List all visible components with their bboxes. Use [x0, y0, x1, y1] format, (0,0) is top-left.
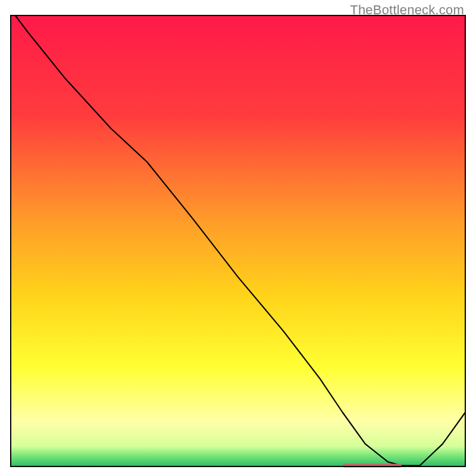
chart-container: TheBottleneck.com [0, 0, 476, 476]
watermark-text: TheBottleneck.com [350, 2, 464, 18]
bottleneck-chart [0, 0, 476, 476]
plot-background [11, 15, 465, 466]
